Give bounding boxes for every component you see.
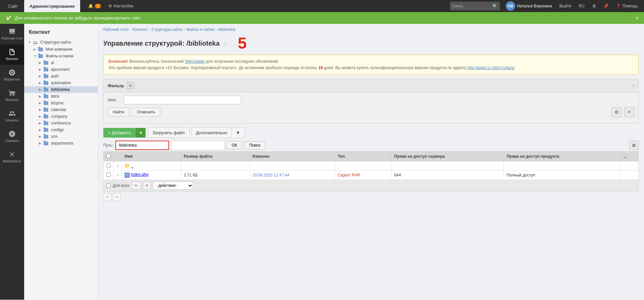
filter-find-btn[interactable]: Найти <box>108 108 129 116</box>
tree-folder-calendar[interactable]: ▶ calendar <box>24 106 98 113</box>
favorite-star-icon[interactable]: ☆ <box>223 40 228 47</box>
breadcrumb-biblioteka[interactable]: biblioteka <box>218 27 235 32</box>
filter-plus-btn[interactable]: + <box>624 107 634 117</box>
logout-btn[interactable]: Выйти <box>556 0 575 12</box>
path-secondary-input[interactable] <box>171 141 225 150</box>
breadcrumb-files[interactable]: Файлы и папки <box>186 27 214 32</box>
help-btn[interactable]: ❓ Помощь <box>612 0 641 12</box>
additional-btn[interactable]: Дополнительно <box>192 128 231 138</box>
folder-label: apconnect <box>51 67 69 72</box>
upload-btn[interactable]: Загрузить файл <box>148 128 190 138</box>
sidebar-item-shop[interactable]: Магазин <box>0 85 24 106</box>
arrow-icon: ▶ <box>39 88 42 91</box>
warning-text4: дней. Вы можете купить полнофункциональн… <box>324 65 467 70</box>
breadcrumb-site-structure[interactable]: Структура сайта <box>152 27 182 32</box>
edit-icon: ✏ <box>135 183 138 188</box>
folder-label: company <box>51 114 67 119</box>
sidebar-item-marketing[interactable]: Маркетинг <box>0 65 24 85</box>
tree-folder-ai[interactable]: ▶ ai <box>24 59 98 66</box>
page-title: Управление структурой: /biblioteka <box>103 40 220 47</box>
avatar: НВ <box>506 1 515 11</box>
bulk-action-select[interactable]: - действия - Удалить Переместить Копиров… <box>153 182 193 190</box>
tree-folder-apconnect[interactable]: ▶ apconnect <box>24 66 98 73</box>
bulk-edit-btn[interactable]: ✏ <box>131 182 141 190</box>
page-title-row: Управление структурой: /biblioteka ☆ 5 <box>98 33 644 55</box>
user-profile-btn[interactable]: НВ Наталья Воронина <box>502 0 555 12</box>
file-link-index[interactable]: index.php <box>131 172 148 177</box>
filter-add-btn[interactable]: + <box>127 82 134 89</box>
breadcrumb-content[interactable]: Контент <box>132 27 147 32</box>
bulk-action-row: Для всех ✏ ✕ - действия - Удалить Переме… <box>103 180 639 192</box>
add-btn[interactable]: + Добавить <box>103 128 136 138</box>
tree-folder-bitrix[interactable]: ▶ bitrix <box>24 93 98 100</box>
path-search-btn[interactable]: Поиск <box>244 141 265 149</box>
sidebar-item-desktop[interactable]: Рабочий стол <box>0 24 24 44</box>
notif-close-btn[interactable]: × <box>636 15 639 21</box>
breadcrumb-desktop[interactable]: Рабочий стол <box>103 27 128 32</box>
siteupdate-link[interactable]: SiteUpdate <box>185 59 205 64</box>
sidebar-label-services: Сервисы <box>5 139 19 143</box>
pin-icon-btn[interactable]: 📌 <box>600 0 612 12</box>
add-dropdown-btn[interactable]: ▼ <box>136 128 146 138</box>
tree-folder-bizproc[interactable]: ▶ bizproc <box>24 100 98 106</box>
tab-site[interactable]: Сайт <box>3 0 23 12</box>
tree-folder-auth[interactable]: ▶ auth <box>24 73 98 80</box>
notifications-btn[interactable]: 🔔 2 <box>85 0 104 12</box>
filter-gear-btn[interactable]: ⚙ <box>611 107 622 117</box>
page-next-btn[interactable]: › <box>113 193 121 201</box>
buy-link[interactable]: http://www.1c-bitrix.ru/buy/ <box>467 65 515 70</box>
language-btn[interactable]: RU <box>575 0 588 12</box>
checkbox-parent[interactable] <box>106 163 111 167</box>
select-all-checkbox[interactable] <box>106 154 111 158</box>
tree-folder-crm[interactable]: ▶ crm <box>24 133 98 140</box>
bulk-checkbox[interactable] <box>106 184 111 188</box>
bulk-delete-btn[interactable]: ✕ <box>143 182 151 190</box>
additional-dropdown-btn[interactable]: ▼ <box>231 128 244 138</box>
search-input[interactable] <box>452 4 492 8</box>
tab-admin[interactable]: Администрирование <box>24 0 80 12</box>
file-table-wrap: Имя Размер файла Изменен Тип Права на до… <box>103 151 639 192</box>
tree-folder-departments[interactable]: ▶ departments <box>24 140 98 147</box>
table-row-index-php: ≡ P index.php 2.71 КБ 19.09.2023 11:47:4… <box>104 170 639 180</box>
page-prev-btn[interactable]: ‹ <box>103 193 111 201</box>
folder-label: conference <box>51 121 71 126</box>
path-ok-btn[interactable]: ОК <box>227 141 242 149</box>
arrow-icon: ▶ <box>39 128 42 132</box>
tree-folder-biblioteka[interactable]: ▶ biblioteka <box>24 86 98 93</box>
folder-icon <box>44 74 48 78</box>
filter-name-label: Имя: <box>108 98 121 102</box>
sidebar-item-content[interactable]: Контент <box>0 44 24 65</box>
folder-label: crm <box>51 134 58 139</box>
bell-icon: 🔔 <box>88 4 93 8</box>
parent-dir-link[interactable]: .. <box>131 164 133 168</box>
search-box: 🔍 <box>450 2 500 10</box>
tree-item-my-company[interactable]: ▶ Моя компания <box>24 46 98 53</box>
arrow-icon: ▶ <box>39 115 42 118</box>
monitor-icon-btn[interactable]: 🖥 <box>589 0 599 12</box>
folder-icon-files <box>38 54 43 58</box>
checkbox-index[interactable] <box>106 172 111 177</box>
filter-name-row: Имя: <box>108 96 634 104</box>
sidebar-item-clients[interactable]: Клиенты <box>0 106 24 126</box>
folder-label: calendar <box>51 107 66 112</box>
tree-item-files-folders[interactable]: ▼ Файлы и папки <box>24 53 98 59</box>
path-input[interactable] <box>115 141 169 150</box>
tree-label-my-company: Моя компания <box>46 47 72 52</box>
tree-folder-company[interactable]: ▶ company <box>24 113 98 120</box>
sidebar-item-marketplace[interactable]: Marketplace <box>0 147 24 167</box>
add-btn-group: + Добавить ▼ <box>103 128 146 138</box>
sidebar-item-services[interactable]: Сервисы <box>0 126 24 147</box>
tree-folder-conference[interactable]: ▶ conference <box>24 120 98 127</box>
filter-cancel-btn[interactable]: Отменить <box>132 108 160 116</box>
path-gear-btn[interactable]: ⚙ <box>629 141 639 150</box>
settings-btn[interactable]: ⚙ Настройки <box>105 0 137 12</box>
filter-name-input[interactable] <box>124 96 241 104</box>
arrow-icon: ▶ <box>39 121 42 125</box>
sidebar-label-marketing: Маркетинг <box>4 78 20 81</box>
tree-folder-automation[interactable]: ▶ automation <box>24 80 98 86</box>
tree-folder-configs[interactable]: ▶ configs <box>24 127 98 133</box>
check-icon: ✅ <box>5 15 12 21</box>
tree-item-site-structure[interactable]: ▼ 🗂 Структура сайта <box>24 39 98 46</box>
row-product-access-parent <box>504 161 620 170</box>
filter-collapse-btn[interactable]: − <box>631 83 634 89</box>
